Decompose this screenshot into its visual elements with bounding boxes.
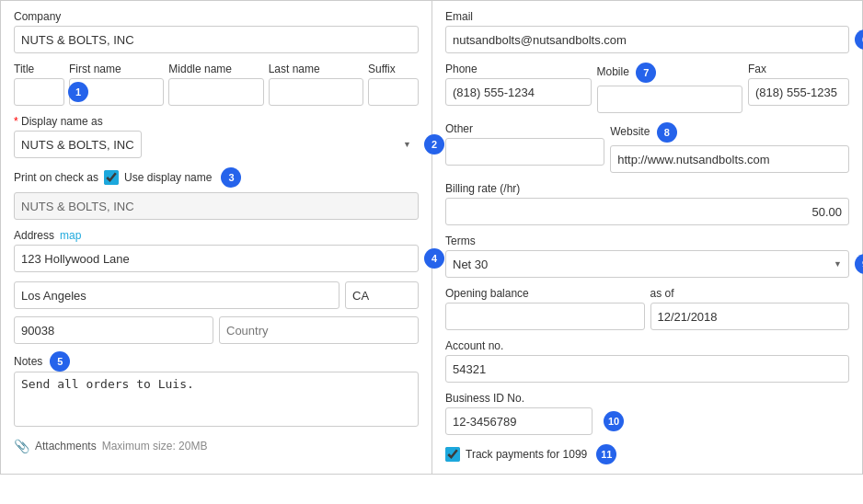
- address-line1-input[interactable]: [14, 245, 419, 272]
- website-input[interactable]: [610, 145, 849, 173]
- badge-8: 8: [657, 122, 677, 143]
- other-website-row: Other Website 8: [445, 122, 849, 173]
- company-field-group: Company: [14, 10, 419, 53]
- display-name-wrapper: NUTS & BOLTS, INC 2: [14, 131, 419, 158]
- state-input[interactable]: [345, 281, 419, 309]
- email-field-group: Email 6: [445, 10, 849, 53]
- badge-9: 9: [855, 254, 863, 274]
- attachments-label: Attachments: [35, 440, 97, 452]
- badge-10: 10: [604, 411, 624, 431]
- suffix-label: Suffix: [368, 63, 419, 75]
- country-field-group: [219, 316, 419, 344]
- title-input[interactable]: [14, 78, 64, 106]
- zip-field-group: [14, 316, 213, 344]
- mobile-field-group: Mobile 7: [597, 63, 743, 113]
- notes-field-group: Notes 5 Send all orders to Luis.: [14, 351, 419, 430]
- lastname-input[interactable]: [269, 78, 363, 106]
- badge-5: 5: [50, 351, 70, 372]
- left-column: Company Title 1 First name Middle name: [1, 1, 432, 474]
- print-check-row: Print on check as Use display name 3: [14, 167, 419, 188]
- badge-2: 2: [424, 134, 444, 155]
- badge-4: 4: [424, 248, 444, 269]
- map-link[interactable]: map: [60, 229, 81, 242]
- phone-input[interactable]: [445, 78, 592, 106]
- badge-3: 3: [221, 167, 241, 188]
- opening-balance-row: Opening balance as of: [445, 287, 849, 330]
- other-input[interactable]: [445, 138, 604, 166]
- title-field-group: Title 1: [14, 63, 64, 106]
- terms-field-group: Terms Net 30 9: [445, 235, 849, 278]
- as-of-input[interactable]: [650, 303, 850, 330]
- terms-label: Terms: [445, 235, 849, 247]
- print-on-check-input[interactable]: [14, 192, 419, 220]
- print-on-check-field-group: Print on check as Use display name 3: [14, 167, 419, 220]
- print-on-check-label: Print on check as: [14, 171, 98, 184]
- business-id-label: Business ID No.: [445, 392, 849, 405]
- display-name-field-group: Display name as NUTS & BOLTS, INC 2: [14, 115, 419, 158]
- badge-1: 1: [68, 82, 88, 102]
- country-input[interactable]: [219, 316, 419, 344]
- as-of-field-group: as of: [650, 287, 850, 330]
- track-payments-row: Track payments for 1099 11: [445, 444, 849, 464]
- city-state-row: [14, 281, 419, 309]
- lastname-field-group: Last name: [269, 63, 363, 106]
- city-input[interactable]: [14, 281, 339, 309]
- badge-11: 11: [596, 444, 616, 464]
- badge-6: 6: [855, 29, 863, 50]
- attachments-row: 📎 Attachments Maximum size: 20MB: [14, 439, 419, 453]
- business-id-row: 10: [445, 407, 849, 435]
- fax-field-group: Fax: [748, 63, 849, 113]
- phone-mobile-fax-row: Phone Mobile 7 Fax: [445, 63, 849, 113]
- notes-label-row: Notes 5: [14, 351, 419, 372]
- account-no-field-group: Account no.: [445, 339, 849, 383]
- other-field-group: Other: [445, 122, 604, 173]
- zip-country-row: [14, 316, 419, 344]
- opening-balance-field-group: Opening balance: [445, 287, 645, 330]
- badge-7: 7: [636, 63, 656, 83]
- display-name-select[interactable]: NUTS & BOLTS, INC: [14, 131, 142, 158]
- terms-select-wrapper: Net 30 9: [445, 250, 849, 278]
- zip-input[interactable]: [14, 316, 213, 344]
- right-column: Email 6 Phone Mobile 7 Fax: [432, 1, 862, 474]
- terms-select-row: Net 30 9: [445, 250, 849, 278]
- business-id-field-group: Business ID No. 10: [445, 392, 849, 435]
- address-label: Address: [14, 229, 54, 242]
- address-label-row: Address map: [14, 229, 419, 242]
- phone-field-group: Phone: [445, 63, 592, 113]
- terms-select[interactable]: Net 30: [445, 250, 849, 278]
- account-no-label: Account no.: [445, 339, 849, 352]
- city-field-group: [14, 281, 339, 309]
- address-field-group: Address map 4: [14, 229, 419, 272]
- company-label: Company: [14, 10, 419, 23]
- mobile-label: Mobile 7: [597, 63, 743, 83]
- middlename-input[interactable]: [168, 78, 263, 106]
- phone-label: Phone: [445, 63, 592, 75]
- business-id-input[interactable]: [445, 407, 593, 435]
- max-size-label: Maximum size: 20MB: [102, 440, 208, 452]
- middlename-label: Middle name: [168, 63, 263, 75]
- use-display-name-checkbox[interactable]: [104, 170, 119, 185]
- fax-input[interactable]: [748, 78, 849, 106]
- email-label: Email: [445, 10, 849, 23]
- suffix-field-group: Suffix: [368, 63, 419, 106]
- notes-label: Notes: [14, 355, 42, 368]
- billing-rate-input[interactable]: [445, 198, 849, 225]
- track-payments-checkbox[interactable]: [445, 447, 460, 462]
- notes-input[interactable]: Send all orders to Luis.: [14, 372, 419, 427]
- mobile-input[interactable]: [597, 86, 743, 113]
- display-name-label: Display name as: [14, 115, 419, 128]
- account-no-input[interactable]: [445, 355, 849, 383]
- company-input[interactable]: [14, 26, 419, 53]
- opening-balance-input[interactable]: [445, 303, 645, 330]
- lastname-label: Last name: [269, 63, 363, 75]
- email-input-wrapper: 6: [445, 26, 849, 53]
- middlename-field-group: Middle name: [168, 63, 263, 106]
- main-form: Company Title 1 First name Middle name: [0, 0, 863, 475]
- website-label: Website 8: [610, 122, 849, 143]
- suffix-input[interactable]: [368, 78, 419, 106]
- billing-rate-field-group: Billing rate (/hr): [445, 182, 849, 225]
- track-payments-label: Track payments for 1099: [466, 448, 587, 461]
- as-of-label: as of: [650, 287, 850, 300]
- attachment-icon: 📎: [14, 439, 29, 453]
- email-input[interactable]: [445, 26, 849, 53]
